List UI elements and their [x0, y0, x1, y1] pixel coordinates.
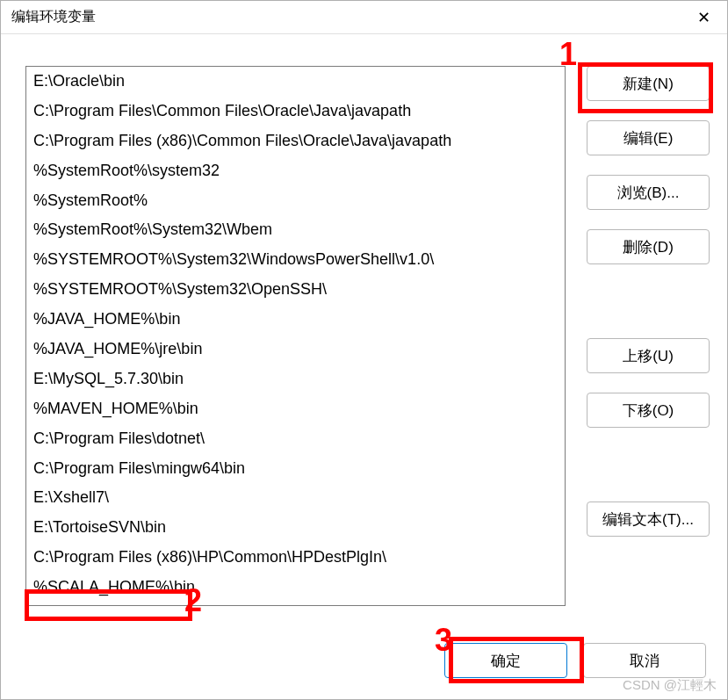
- list-item[interactable]: %SystemRoot%: [26, 186, 565, 216]
- env-var-dialog: 编辑环境变量 ✕ E:\Oracle\binC:\Program Files\C…: [0, 0, 728, 700]
- side-buttons: 新建(N) 编辑(E) 浏览(B)... 删除(D) 上移(U) 下移(O) 编…: [587, 66, 710, 624]
- cancel-button[interactable]: 取消: [583, 643, 706, 678]
- list-item[interactable]: %MAVEN_HOME%\bin: [26, 394, 565, 424]
- list-item[interactable]: %SYSTEMROOT%\System32\OpenSSH\: [26, 275, 565, 305]
- list-item[interactable]: E:\Git\cmd: [26, 603, 565, 606]
- list-item[interactable]: %SystemRoot%\system32: [26, 156, 565, 186]
- close-icon: ✕: [697, 9, 710, 26]
- new-button[interactable]: 新建(N): [587, 66, 710, 101]
- edit-text-button[interactable]: 编辑文本(T)...: [587, 502, 710, 537]
- list-item[interactable]: E:\Xshell7\: [26, 483, 565, 513]
- footer: 确定 取消: [1, 634, 727, 699]
- browse-button[interactable]: 浏览(B)...: [587, 175, 710, 210]
- dialog-title: 编辑环境变量: [11, 8, 96, 26]
- path-listbox[interactable]: E:\Oracle\binC:\Program Files\Common Fil…: [25, 66, 566, 606]
- list-item[interactable]: E:\MySQL_5.7.30\bin: [26, 364, 565, 394]
- list-item[interactable]: %JAVA_HOME%\bin: [26, 305, 565, 335]
- dialog-content: E:\Oracle\binC:\Program Files\Common Fil…: [1, 34, 727, 634]
- titlebar: 编辑环境变量 ✕: [1, 1, 727, 34]
- button-spacer: [587, 284, 710, 319]
- edit-button[interactable]: 编辑(E): [587, 120, 710, 155]
- move-up-button[interactable]: 上移(U): [587, 338, 710, 373]
- delete-button[interactable]: 删除(D): [587, 229, 710, 264]
- ok-button[interactable]: 确定: [444, 643, 567, 678]
- list-item[interactable]: %JAVA_HOME%\jre\bin: [26, 335, 565, 364]
- list-item[interactable]: C:\Program Files\dotnet\: [26, 424, 565, 454]
- list-item[interactable]: C:\Program Files (x86)\HP\Common\HPDestP…: [26, 543, 565, 573]
- list-wrap: E:\Oracle\binC:\Program Files\Common Fil…: [25, 66, 566, 624]
- move-down-button[interactable]: 下移(O): [587, 393, 710, 428]
- button-spacer-2: [587, 447, 710, 482]
- list-item[interactable]: C:\Program Files\Common Files\Oracle\Jav…: [26, 97, 565, 126]
- list-item[interactable]: E:\TortoiseSVN\bin: [26, 513, 565, 543]
- list-item[interactable]: E:\Oracle\bin: [26, 67, 565, 97]
- list-item[interactable]: %SCALA_HOME%\bin: [26, 573, 565, 603]
- list-item[interactable]: C:\Program Files (x86)\Common Files\Orac…: [26, 126, 565, 156]
- list-item[interactable]: %SYSTEMROOT%\System32\WindowsPowerShell\…: [26, 245, 565, 275]
- list-item[interactable]: %SystemRoot%\System32\Wbem: [26, 215, 565, 245]
- close-button[interactable]: ✕: [690, 4, 717, 31]
- list-item[interactable]: C:\Program Files\mingw64\bin: [26, 454, 565, 484]
